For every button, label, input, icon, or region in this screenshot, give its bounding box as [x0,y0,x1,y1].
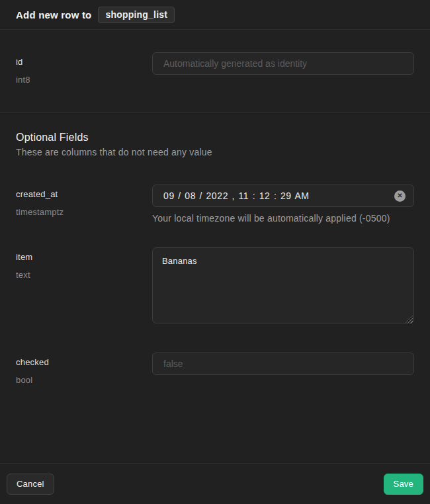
save-button[interactable]: Save [384,474,423,495]
table-name-badge: shopping_list [98,7,175,23]
created-at-datetime-input[interactable]: 09 / 08 / 2022 , 11 : 12 : 29 AM ✕ [152,185,414,207]
item-input-column: Bananas [152,247,414,326]
created-at-input-column: 09 / 08 / 2022 , 11 : 12 : 29 AM ✕ Your … [152,185,414,224]
created-at-field-type: timestamptz [16,207,152,217]
datetime-value[interactable]: 09 / 08 / 2022 , 11 : 12 : 29 AM [163,190,394,201]
checked-field-type: bool [16,375,152,385]
item-field-label: item [16,252,152,262]
created-at-label-column: created_at timestamptz [16,185,152,224]
optional-fields-subtitle: These are columns that do not need any v… [16,147,414,157]
checked-input[interactable] [152,353,414,375]
item-label-column: item text [16,247,152,326]
item-field-row: item text Bananas [16,247,414,326]
required-fields-section: id int8 [0,30,430,113]
clear-datetime-button[interactable]: ✕ [394,190,406,202]
id-input[interactable] [152,52,414,75]
panel-footer: Cancel Save [0,463,430,504]
page-title: Add new row to [16,9,91,21]
item-textarea-wrap: Bananas [152,247,414,326]
circle-x-icon: ✕ [397,192,402,199]
created-at-field-row: created_at timestamptz 09 / 08 / 2022 , … [16,185,414,224]
optional-fields-section: Optional Fields These are columns that d… [0,113,430,385]
checked-field-label: checked [16,357,152,367]
id-label-column: id int8 [16,52,152,85]
timezone-helper-text: Your local timezone will be automaticall… [152,213,414,224]
item-textarea[interactable]: Bananas [152,247,414,323]
add-row-panel: Add new row to shopping_list id int8 Opt… [0,0,430,504]
item-field-type: text [16,270,152,280]
id-input-column [152,52,414,85]
optional-fields-title: Optional Fields [16,132,414,144]
created-at-field-label: created_at [16,189,152,199]
id-field-label: id [16,57,152,67]
id-field-row: id int8 [16,52,414,85]
cancel-button[interactable]: Cancel [7,474,54,495]
panel-header: Add new row to shopping_list [0,0,430,30]
checked-label-column: checked bool [16,353,152,385]
checked-input-column [152,353,414,385]
id-field-type: int8 [16,75,152,85]
checked-field-row: checked bool [16,353,414,385]
